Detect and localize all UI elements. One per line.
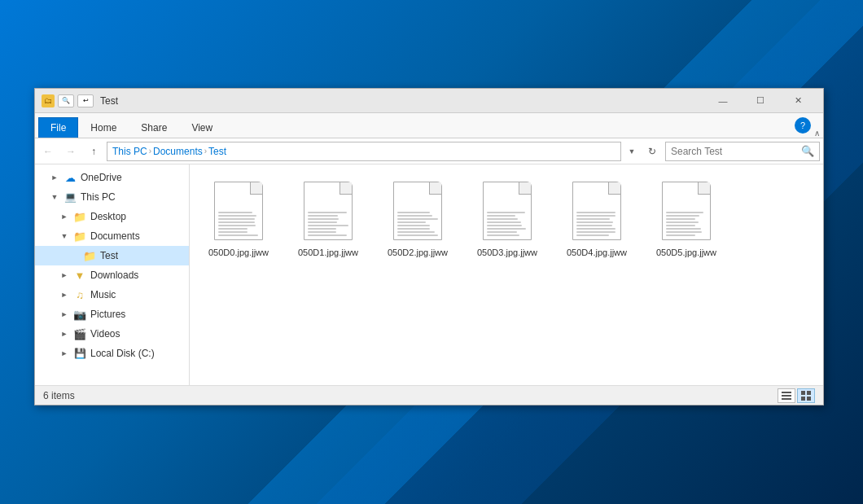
sidebar-item-documents[interactable]: ▼ 📁 Documents <box>35 226 189 246</box>
file-doc-icon-3 <box>483 182 532 240</box>
videos-icon: 🎬 <box>72 327 87 340</box>
svg-rect-4 <box>807 391 811 395</box>
search-box[interactable]: 🔍 <box>665 142 820 161</box>
sidebar-label-music: Music <box>90 289 184 300</box>
file-icon-wrapper-0 <box>209 178 268 243</box>
maximize-button[interactable]: ☐ <box>742 89 779 113</box>
sidebar-label-onedrive: OneDrive <box>81 172 184 183</box>
expand-icon-desktop: ► <box>59 212 69 221</box>
sidebar-item-localdisk[interactable]: ► 💾 Local Disk (C:) <box>35 344 189 363</box>
expand-icon-onedrive: ► <box>50 173 59 182</box>
up-button[interactable]: ↑ <box>84 142 103 161</box>
qat-undo-button[interactable]: ↩ <box>77 94 94 107</box>
crumb-arrow-2: › <box>204 147 207 156</box>
quick-access-toolbar: 🔍 ↩ <box>58 94 94 107</box>
file-view: 050D0.jpg.jjww 050D1.jpg.jjww 050D2.jpg.… <box>190 164 823 385</box>
documents-icon: 📁 <box>72 230 87 243</box>
crumb-documents[interactable]: Documents <box>153 146 203 157</box>
refresh-button[interactable]: ↻ <box>642 142 662 161</box>
svg-rect-5 <box>801 397 805 401</box>
file-item-2[interactable]: 050D2.jpg.jjww <box>377 173 458 264</box>
back-button[interactable]: ← <box>38 142 58 161</box>
expand-icon-videos: ► <box>59 329 69 339</box>
items-count: 6 items <box>43 390 75 401</box>
file-doc-icon-0 <box>214 182 263 240</box>
file-doc-icon-1 <box>304 182 353 240</box>
sidebar-label-videos: Videos <box>90 328 184 340</box>
sidebar-label-desktop: Desktop <box>90 211 184 222</box>
expand-icon-documents: ▼ <box>59 231 69 241</box>
sidebar-item-onedrive[interactable]: ► ☁ OneDrive <box>35 168 189 187</box>
address-dropdown-button[interactable]: ▼ <box>624 142 639 161</box>
breadcrumb: This PC › Documents › Test <box>112 146 226 157</box>
svg-rect-6 <box>807 397 811 401</box>
sidebar-item-pictures[interactable]: ► 📷 Pictures <box>35 305 189 324</box>
file-doc-icon-5 <box>662 182 711 240</box>
file-name-1: 050D1.jpg.jjww <box>298 247 358 258</box>
ribbon-collapse-button[interactable]: ∧ <box>814 129 820 138</box>
tab-home[interactable]: Home <box>78 117 129 138</box>
expand-icon-test <box>69 251 79 261</box>
expand-icon-downloads: ► <box>59 270 69 280</box>
file-lines-4 <box>576 212 617 236</box>
file-item-5[interactable]: 050D5.jpg.jjww <box>646 173 727 264</box>
sidebar-label-pictures: Pictures <box>90 309 184 320</box>
forward-button[interactable]: → <box>61 142 81 161</box>
sidebar-item-videos[interactable]: ► 🎬 Videos <box>35 324 189 344</box>
file-lines-0 <box>218 212 259 236</box>
tab-share[interactable]: Share <box>129 117 179 138</box>
details-view-icon <box>781 390 792 401</box>
address-box[interactable]: This PC › Documents › Test <box>107 142 621 161</box>
ribbon-tab-bar: File Home Share View ? ∧ <box>35 113 823 138</box>
file-doc-icon-4 <box>572 182 621 240</box>
crumb-test[interactable]: Test <box>208 146 226 157</box>
sidebar-item-desktop[interactable]: ► 📁 Desktop <box>35 207 189 226</box>
file-item-4[interactable]: 050D4.jpg.jjww <box>556 173 637 264</box>
address-bar: ← → ↑ This PC › Documents › Test ▼ ↻ 🔍 <box>35 138 823 164</box>
music-icon: ♫ <box>72 288 87 301</box>
search-icon[interactable]: 🔍 <box>801 145 814 157</box>
file-item-1[interactable]: 050D1.jpg.jjww <box>287 173 369 264</box>
file-icon-wrapper-4 <box>567 178 626 243</box>
sidebar-item-test[interactable]: 📁 Test <box>35 246 189 265</box>
main-content: ► ☁ OneDrive ▼ 💻 This PC ► 📁 Desktop ▼ 📁… <box>35 164 823 385</box>
window-controls: — ☐ ✕ <box>704 89 817 113</box>
file-name-0: 050D0.jpg.jjww <box>208 247 269 258</box>
help-button[interactable]: ? <box>795 117 811 134</box>
window-title: Test <box>100 95 704 107</box>
tab-file[interactable]: File <box>38 117 78 138</box>
file-item-3[interactable]: 050D3.jpg.jjww <box>467 173 548 264</box>
sidebar-item-thispc[interactable]: ▼ 💻 This PC <box>35 187 189 207</box>
file-item-0[interactable]: 050D0.jpg.jjww <box>198 173 279 264</box>
file-icon-wrapper-1 <box>299 178 357 243</box>
sidebar-item-music[interactable]: ► ♫ Music <box>35 285 189 305</box>
svg-rect-2 <box>782 398 791 400</box>
file-name-2: 050D2.jpg.jjww <box>388 247 448 258</box>
onedrive-icon: ☁ <box>63 171 77 184</box>
title-bar: 🗂 🔍 ↩ Test — ☐ ✕ <box>35 89 823 113</box>
view-tiles-button[interactable] <box>797 388 815 403</box>
search-input[interactable] <box>671 146 798 157</box>
close-button[interactable]: ✕ <box>779 89 817 113</box>
svg-rect-3 <box>801 391 805 395</box>
ribbon: File Home Share View ? ∧ <box>35 113 823 138</box>
view-details-button[interactable] <box>778 388 795 403</box>
view-toggle-buttons <box>778 388 815 403</box>
sidebar-label-documents: Documents <box>90 230 184 242</box>
expand-icon-pictures: ► <box>59 309 69 319</box>
desktop-icon: 📁 <box>72 210 87 223</box>
qat-properties-button[interactable]: 🔍 <box>58 94 74 107</box>
minimize-button[interactable]: — <box>704 89 742 113</box>
file-explorer-window: 🗂 🔍 ↩ Test — ☐ ✕ File Home Share View ? … <box>34 88 824 405</box>
crumb-thispc[interactable]: This PC <box>112 146 147 157</box>
tab-view[interactable]: View <box>179 117 225 138</box>
file-grid: 050D0.jpg.jjww 050D1.jpg.jjww 050D2.jpg.… <box>198 173 815 264</box>
file-name-4: 050D4.jpg.jjww <box>567 247 627 258</box>
sidebar: ► ☁ OneDrive ▼ 💻 This PC ► 📁 Desktop ▼ 📁… <box>35 164 190 385</box>
window-icon: 🗂 <box>42 94 55 107</box>
file-doc-icon-2 <box>393 182 442 240</box>
tiles-view-icon <box>800 390 812 401</box>
sidebar-label-test: Test <box>100 250 184 261</box>
thispc-icon: 💻 <box>63 191 77 204</box>
sidebar-item-downloads[interactable]: ► ▼ Downloads <box>35 265 189 285</box>
